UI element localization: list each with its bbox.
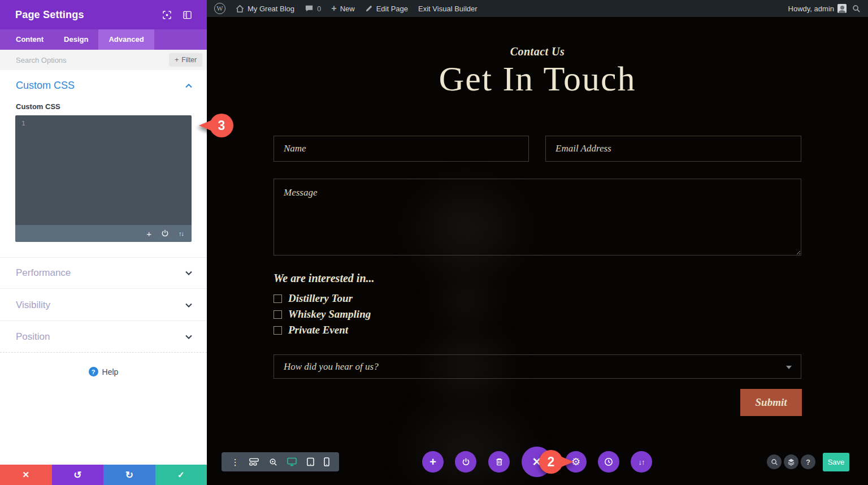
tab-design[interactable]: Design bbox=[54, 29, 98, 50]
panel-header: Page Settings bbox=[0, 0, 207, 29]
layers-icon bbox=[787, 458, 795, 466]
move-module-button[interactable]: ↓↑ bbox=[631, 451, 652, 473]
exit-visual-builder-link[interactable]: Exit Visual Builder bbox=[418, 5, 478, 13]
focus-expand-icon[interactable] bbox=[163, 11, 171, 19]
eyebrow-heading: Contact Us bbox=[207, 45, 868, 58]
checkbox-label: Private Event bbox=[288, 324, 348, 336]
zoom-out-button[interactable] bbox=[767, 454, 782, 469]
pencil-icon bbox=[365, 5, 373, 12]
power-icon[interactable] bbox=[161, 229, 169, 237]
checkbox-row: Distillery Tour bbox=[274, 292, 353, 305]
builder-view-toolbar: ⋮ bbox=[222, 452, 339, 471]
panel-action-bar: ✕ ↺ ↻ ✓ bbox=[0, 465, 207, 485]
submit-button[interactable]: Submit bbox=[740, 389, 802, 416]
save-button[interactable]: Save bbox=[823, 453, 849, 471]
plus-icon: + bbox=[175, 56, 179, 64]
section-position[interactable]: Position bbox=[0, 321, 207, 353]
tab-advanced[interactable]: Advanced bbox=[98, 29, 154, 50]
wp-admin-bar: W My Great Blog 0 + New Edit Page Exit V… bbox=[207, 0, 868, 17]
redo-button[interactable]: ↻ bbox=[103, 465, 155, 485]
filter-button[interactable]: + Filter bbox=[169, 53, 202, 67]
comments-count: 0 bbox=[317, 5, 321, 13]
help-icon: ? bbox=[89, 367, 98, 376]
search-options-bar: Search Options + Filter bbox=[0, 50, 207, 70]
add-module-button[interactable]: + bbox=[422, 451, 444, 473]
message-textarea[interactable] bbox=[274, 179, 801, 256]
home-icon bbox=[236, 5, 244, 13]
new-content-link[interactable]: + New bbox=[331, 3, 354, 14]
page-canvas: W My Great Blog 0 + New Edit Page Exit V… bbox=[207, 0, 868, 485]
disable-module-button[interactable] bbox=[455, 451, 476, 473]
clock-icon bbox=[604, 457, 613, 466]
trash-icon bbox=[495, 457, 504, 466]
user-avatar bbox=[837, 4, 847, 13]
search-icon[interactable] bbox=[852, 5, 861, 13]
page-settings-panel: Page Settings Content Design Advanced Se… bbox=[0, 0, 207, 485]
phone-view-icon[interactable] bbox=[324, 457, 329, 466]
checkbox-private-event[interactable] bbox=[274, 326, 282, 335]
confirm-button[interactable]: ✓ bbox=[155, 465, 207, 485]
checkbox-label: Distillery Tour bbox=[288, 292, 353, 305]
checkbox-distillery-tour[interactable] bbox=[274, 295, 282, 303]
magnifier-icon bbox=[771, 458, 778, 466]
exit-visual-builder-label: Exit Visual Builder bbox=[418, 5, 478, 13]
sort-arrows-icon[interactable]: ↑↓ bbox=[179, 230, 184, 237]
howdy-account-link[interactable]: Howdy, admin bbox=[788, 4, 847, 13]
settings-tabs: Content Design Advanced bbox=[0, 29, 207, 50]
section-performance[interactable]: Performance bbox=[0, 257, 207, 289]
editor-toolbar: + ↑↓ bbox=[15, 225, 192, 242]
help-link[interactable]: ? Help bbox=[0, 367, 207, 376]
help-label: Help bbox=[102, 367, 119, 376]
email-field[interactable] bbox=[545, 136, 801, 162]
gear-icon: ⚙ bbox=[571, 456, 580, 468]
page-title: Get In Touch bbox=[207, 59, 868, 99]
edit-page-link[interactable]: Edit Page bbox=[365, 5, 408, 13]
plus-icon: + bbox=[429, 456, 436, 469]
close-settings-button[interactable]: ✕ bbox=[522, 447, 552, 477]
search-options-input[interactable]: Search Options bbox=[16, 56, 67, 64]
checkbox-label: Whiskey Sampling bbox=[288, 308, 371, 321]
module-settings-button[interactable]: ⚙ bbox=[565, 451, 587, 473]
tablet-view-icon[interactable] bbox=[307, 457, 314, 466]
desktop-view-icon[interactable] bbox=[287, 457, 297, 466]
wp-logo-menu[interactable]: W bbox=[214, 3, 225, 14]
custom-css-field-label: Custom CSS bbox=[16, 102, 60, 111]
close-icon: ✕ bbox=[532, 455, 542, 469]
css-code-area[interactable]: 1 bbox=[15, 115, 192, 225]
undo-button[interactable]: ↺ bbox=[52, 465, 104, 485]
custom-css-editor: 1 + ↑↓ bbox=[15, 115, 192, 242]
zoom-icon[interactable] bbox=[269, 458, 277, 466]
panel-position-icon[interactable] bbox=[183, 11, 192, 19]
comments-link[interactable]: 0 bbox=[305, 5, 321, 13]
section-visibility[interactable]: Visibility bbox=[0, 289, 207, 321]
name-input[interactable] bbox=[274, 136, 529, 162]
custom-css-section-toggle[interactable]: Custom CSS bbox=[16, 80, 75, 92]
checkbox-row: Private Event bbox=[274, 323, 348, 337]
site-name-link[interactable]: My Great Blog bbox=[236, 5, 294, 13]
chevron-down-icon bbox=[185, 335, 192, 339]
layers-button[interactable] bbox=[784, 454, 798, 469]
kebab-menu-icon[interactable]: ⋮ bbox=[231, 458, 240, 466]
wireframe-view-icon[interactable] bbox=[249, 458, 259, 466]
chevron-down-icon bbox=[185, 303, 192, 308]
howdy-label: Howdy, admin bbox=[788, 5, 834, 13]
expand-editor-icon[interactable]: + bbox=[146, 229, 151, 239]
delete-module-button[interactable] bbox=[488, 451, 510, 473]
filter-label: Filter bbox=[181, 56, 197, 64]
new-label: New bbox=[340, 5, 355, 13]
swap-arrows-icon: ↓↑ bbox=[639, 458, 645, 466]
help-button[interactable]: ? bbox=[801, 454, 815, 469]
question-icon: ? bbox=[806, 458, 810, 466]
site-name: My Great Blog bbox=[248, 5, 294, 13]
wordpress-logo-icon: W bbox=[214, 3, 225, 14]
select-placeholder: How did you hear of us? bbox=[284, 361, 379, 373]
tab-content[interactable]: Content bbox=[6, 29, 54, 50]
discard-button[interactable]: ✕ bbox=[0, 465, 52, 485]
chevron-down-icon bbox=[185, 271, 192, 275]
plus-icon: + bbox=[331, 3, 336, 14]
hear-of-us-select[interactable]: How did you hear of us? bbox=[274, 354, 801, 379]
interests-label: We are interested in... bbox=[274, 272, 375, 285]
history-button[interactable] bbox=[598, 451, 619, 473]
chevron-up-icon[interactable] bbox=[185, 84, 192, 88]
checkbox-whiskey-sampling[interactable] bbox=[274, 310, 282, 319]
